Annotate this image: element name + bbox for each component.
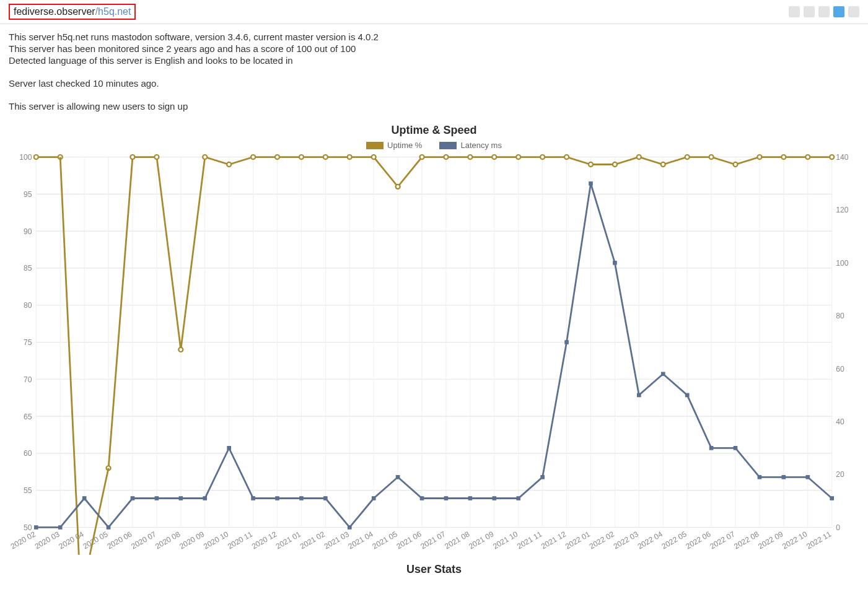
svg-rect-139 <box>178 496 183 500</box>
svg-point-128 <box>781 155 786 159</box>
svg-point-130 <box>830 155 834 159</box>
svg-point-109 <box>323 155 328 159</box>
svg-text:55: 55 <box>24 486 32 495</box>
gear-icon[interactable] <box>818 6 830 17</box>
svg-rect-154 <box>540 475 545 479</box>
svg-rect-162 <box>734 446 738 450</box>
svg-text:2022 03: 2022 03 <box>612 530 640 551</box>
svg-text:2022 09: 2022 09 <box>756 530 784 551</box>
svg-text:60: 60 <box>836 365 844 373</box>
svg-text:2021 12: 2021 12 <box>540 530 568 551</box>
svg-text:2021 11: 2021 11 <box>515 530 543 551</box>
svg-text:80: 80 <box>24 301 32 310</box>
svg-text:75: 75 <box>24 338 32 347</box>
svg-text:2020 07: 2020 07 <box>129 530 157 551</box>
chart-title: Uptime & Speed <box>9 124 859 137</box>
svg-point-104 <box>203 155 207 159</box>
breadcrumb-root[interactable]: fediverse.observer <box>14 6 95 17</box>
svg-point-122 <box>637 155 641 159</box>
info-monitored: This server has been monitored since 2 y… <box>9 43 859 54</box>
svg-rect-158 <box>637 393 641 398</box>
svg-text:2021 05: 2021 05 <box>371 530 399 551</box>
svg-text:2020 10: 2020 10 <box>202 530 230 551</box>
svg-point-108 <box>299 155 304 159</box>
uptime-speed-chart: 5055606570758085909510002040608010012014… <box>9 154 859 558</box>
svg-rect-163 <box>758 475 762 479</box>
app-icon[interactable] <box>833 6 844 17</box>
svg-point-129 <box>805 155 810 159</box>
grid-icon[interactable] <box>804 6 815 17</box>
menu-icon[interactable] <box>848 6 859 17</box>
chart-legend: Uptime % Latency ms <box>9 141 859 150</box>
svg-rect-160 <box>685 393 690 398</box>
svg-text:20: 20 <box>836 470 844 479</box>
svg-text:2021 02: 2021 02 <box>299 530 327 551</box>
svg-text:65: 65 <box>24 413 32 421</box>
swatch-uptime-icon <box>366 142 384 149</box>
svg-point-116 <box>492 155 496 159</box>
svg-text:2020 04: 2020 04 <box>58 530 85 551</box>
svg-point-106 <box>251 155 255 159</box>
info-language: Detected language of this server is Engl… <box>9 55 859 66</box>
svg-text:100: 100 <box>836 259 849 268</box>
svg-text:2022 11: 2022 11 <box>805 530 833 551</box>
svg-rect-146 <box>348 525 352 530</box>
svg-rect-153 <box>516 496 520 500</box>
info-signup: This server is allowing new users to sig… <box>9 101 859 111</box>
svg-text:0: 0 <box>836 523 840 532</box>
svg-text:2021 03: 2021 03 <box>323 530 351 551</box>
svg-point-123 <box>661 162 665 167</box>
svg-rect-140 <box>203 496 207 500</box>
svg-rect-143 <box>275 496 279 500</box>
svg-rect-164 <box>782 475 786 479</box>
svg-rect-166 <box>830 496 834 500</box>
svg-point-126 <box>733 162 737 167</box>
svg-point-98 <box>34 155 38 159</box>
chart-svg: 5055606570758085909510002040608010012014… <box>9 154 859 558</box>
svg-text:2022 05: 2022 05 <box>660 530 688 551</box>
svg-rect-150 <box>444 496 449 500</box>
svg-text:2021 10: 2021 10 <box>491 530 519 551</box>
legend-latency[interactable]: Latency ms <box>439 141 501 150</box>
svg-text:95: 95 <box>24 190 32 199</box>
svg-text:2022 08: 2022 08 <box>732 530 760 551</box>
svg-text:2022 07: 2022 07 <box>708 530 736 551</box>
svg-text:2020 12: 2020 12 <box>250 530 278 551</box>
svg-text:2022 04: 2022 04 <box>636 530 664 551</box>
next-chart-title: User Stats <box>9 563 859 576</box>
svg-text:100: 100 <box>19 154 32 162</box>
svg-text:2020 02: 2020 02 <box>9 530 37 551</box>
svg-text:85: 85 <box>24 264 32 273</box>
svg-point-124 <box>685 155 690 159</box>
svg-rect-152 <box>492 496 496 500</box>
svg-rect-148 <box>396 475 400 479</box>
breadcrumb-leaf[interactable]: h5q.net <box>98 6 131 17</box>
svg-text:120: 120 <box>836 206 849 214</box>
svg-point-112 <box>396 185 400 189</box>
svg-point-117 <box>516 155 520 159</box>
svg-point-115 <box>468 155 472 159</box>
svg-text:2021 04: 2021 04 <box>347 530 375 551</box>
legend-latency-label: Latency ms <box>460 141 501 150</box>
legend-uptime[interactable]: Uptime % <box>366 141 422 150</box>
svg-text:2020 08: 2020 08 <box>154 530 182 551</box>
breadcrumb[interactable]: fediverse.observer/h5q.net <box>9 4 136 20</box>
svg-text:2020 03: 2020 03 <box>33 530 61 551</box>
svg-rect-133 <box>34 525 38 530</box>
swatch-latency-icon <box>439 142 457 149</box>
svg-point-127 <box>757 155 761 159</box>
share-icon[interactable] <box>789 6 800 17</box>
svg-rect-142 <box>251 496 255 500</box>
svg-rect-141 <box>227 446 231 450</box>
svg-rect-151 <box>468 496 473 500</box>
info-checked: Server last checked 10 minutes ago. <box>9 78 859 89</box>
svg-point-102 <box>154 155 159 159</box>
svg-point-105 <box>227 162 231 167</box>
svg-text:70: 70 <box>24 375 32 384</box>
svg-text:40: 40 <box>836 417 844 426</box>
svg-rect-137 <box>131 496 135 500</box>
svg-rect-155 <box>564 340 569 344</box>
svg-point-114 <box>444 155 448 159</box>
info-software: This server h5q.net runs mastodon softwa… <box>9 32 859 42</box>
svg-text:2021 06: 2021 06 <box>395 530 423 551</box>
